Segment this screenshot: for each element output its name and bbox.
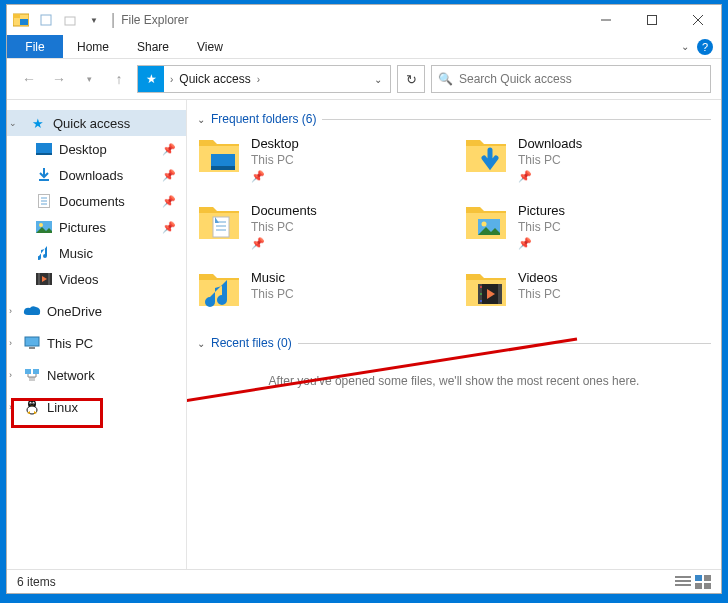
address-history-dropdown[interactable]: ⌄ xyxy=(374,74,390,85)
collapse-icon[interactable]: ⌄ xyxy=(197,114,205,125)
folder-icon xyxy=(197,270,241,310)
documents-icon xyxy=(35,193,53,209)
title-bar: ▼ | File Explorer xyxy=(7,5,721,35)
qat-properties-icon[interactable] xyxy=(35,9,57,31)
group-header-frequent[interactable]: ⌄ Frequent folders (6) xyxy=(197,112,711,126)
sidebar-item-label: Documents xyxy=(59,194,125,209)
qat-newfolder-icon[interactable] xyxy=(59,9,81,31)
annotation-highlight-box xyxy=(11,398,103,428)
sidebar-item-label: Downloads xyxy=(59,168,123,183)
sidebar-item-label: Videos xyxy=(59,272,99,287)
network-icon xyxy=(23,367,41,383)
close-button[interactable] xyxy=(675,5,721,35)
tiles-view-button[interactable] xyxy=(695,575,711,589)
tab-view[interactable]: View xyxy=(183,35,237,58)
address-bar[interactable]: ★ › Quick access › ⌄ xyxy=(137,65,391,93)
search-input[interactable]: 🔍 Search Quick access xyxy=(431,65,711,93)
folder-tile-music[interactable]: MusicThis PC xyxy=(197,270,444,310)
sidebar-item-documents[interactable]: Documents 📌 xyxy=(7,188,186,214)
search-placeholder: Search Quick access xyxy=(459,72,572,86)
sidebar-item-this-pc[interactable]: › This PC xyxy=(7,330,186,356)
refresh-button[interactable]: ↻ xyxy=(397,65,425,93)
folder-location: This PC xyxy=(518,220,565,234)
svg-rect-42 xyxy=(498,284,502,304)
recent-locations-dropdown[interactable]: ▾ xyxy=(77,67,101,91)
ribbon-collapse-icon[interactable]: ⌄ xyxy=(681,41,689,52)
group-label: Recent files (0) xyxy=(211,336,292,350)
sidebar-item-pictures[interactable]: Pictures 📌 xyxy=(7,214,186,240)
folder-tile-documents[interactable]: DocumentsThis PC📌 xyxy=(197,203,444,250)
expand-icon[interactable]: › xyxy=(9,306,12,316)
collapse-icon[interactable]: ⌄ xyxy=(197,338,205,349)
downloads-icon xyxy=(35,167,53,183)
quick-access-star-icon: ★ xyxy=(138,66,164,92)
pc-icon xyxy=(23,335,41,351)
svg-point-44 xyxy=(480,293,482,295)
sidebar-item-videos[interactable]: Videos xyxy=(7,266,186,292)
file-tab[interactable]: File xyxy=(7,35,63,58)
chevron-right-icon[interactable]: › xyxy=(164,74,179,85)
svg-rect-20 xyxy=(48,273,50,285)
sidebar-item-label: Quick access xyxy=(53,116,130,131)
tab-share[interactable]: Share xyxy=(123,35,183,58)
search-icon: 🔍 xyxy=(438,72,453,86)
folder-tile-downloads[interactable]: DownloadsThis PC📌 xyxy=(464,136,711,183)
nav-toolbar: ← → ▾ ↑ ★ › Quick access › ⌄ ↻ 🔍 Search … xyxy=(7,59,721,99)
title-separator: | xyxy=(111,11,115,29)
group-header-recent[interactable]: ⌄ Recent files (0) xyxy=(197,336,711,350)
folder-tile-pictures[interactable]: PicturesThis PC📌 xyxy=(464,203,711,250)
qat-customize-dropdown[interactable]: ▼ xyxy=(83,9,105,31)
maximize-button[interactable] xyxy=(629,5,675,35)
folder-location: This PC xyxy=(251,287,294,301)
pin-icon: 📌 xyxy=(162,169,176,182)
breadcrumb[interactable]: Quick access xyxy=(179,72,250,86)
folder-location: This PC xyxy=(251,220,317,234)
sidebar-item-onedrive[interactable]: › OneDrive xyxy=(7,298,186,324)
back-button[interactable]: ← xyxy=(17,67,41,91)
folder-location: This PC xyxy=(518,153,582,167)
tab-home[interactable]: Home xyxy=(63,35,123,58)
sidebar-item-desktop[interactable]: Desktop 📌 xyxy=(7,136,186,162)
content-pane: ⌄ Frequent folders (6) DesktopThis PC📌Do… xyxy=(187,100,721,569)
svg-rect-51 xyxy=(704,575,711,581)
folder-location: This PC xyxy=(251,153,299,167)
sidebar-item-quick-access[interactable]: ⌄ ★ Quick access xyxy=(7,110,186,136)
up-button[interactable]: ↑ xyxy=(107,67,131,91)
folder-tile-videos[interactable]: VideosThis PC xyxy=(464,270,711,310)
onedrive-icon xyxy=(23,303,41,319)
svg-rect-33 xyxy=(211,166,235,170)
forward-button[interactable]: → xyxy=(47,67,71,91)
sidebar-item-network[interactable]: › Network xyxy=(7,362,186,388)
sidebar-item-music[interactable]: Music xyxy=(7,240,186,266)
folder-name: Videos xyxy=(518,270,561,285)
sidebar-item-downloads[interactable]: Downloads 📌 xyxy=(7,162,186,188)
pin-icon: 📌 xyxy=(162,221,176,234)
svg-rect-9 xyxy=(36,143,52,153)
expand-icon[interactable]: ⌄ xyxy=(9,118,17,128)
svg-rect-3 xyxy=(41,15,51,25)
expand-icon[interactable]: › xyxy=(9,338,12,348)
pin-icon: 📌 xyxy=(518,170,582,183)
star-icon: ★ xyxy=(29,115,47,131)
help-icon[interactable]: ? xyxy=(697,39,713,55)
sidebar-item-label: This PC xyxy=(47,336,93,351)
svg-rect-53 xyxy=(704,583,711,589)
recent-empty-message: After you've opened some files, we'll sh… xyxy=(197,374,711,388)
sidebar-item-label: OneDrive xyxy=(47,304,102,319)
app-icon xyxy=(13,12,29,28)
folder-tile-desktop[interactable]: DesktopThis PC📌 xyxy=(197,136,444,183)
chevron-right-icon[interactable]: › xyxy=(251,74,266,85)
details-view-button[interactable] xyxy=(675,575,691,589)
minimize-button[interactable] xyxy=(583,5,629,35)
svg-point-45 xyxy=(480,300,482,302)
status-item-count: 6 items xyxy=(17,575,56,589)
sidebar-item-label: Desktop xyxy=(59,142,107,157)
svg-rect-19 xyxy=(38,273,40,285)
svg-rect-22 xyxy=(29,347,35,349)
svg-rect-47 xyxy=(675,576,691,578)
pin-icon: 📌 xyxy=(162,195,176,208)
svg-rect-48 xyxy=(675,580,691,582)
svg-rect-23 xyxy=(25,369,31,374)
folder-name: Music xyxy=(251,270,294,285)
expand-icon[interactable]: › xyxy=(9,370,12,380)
